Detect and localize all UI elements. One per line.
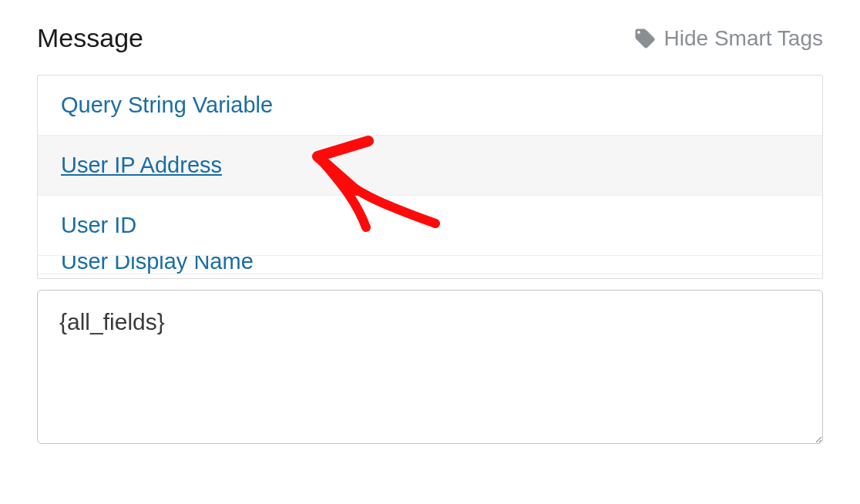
message-header-row: Message Hide Smart Tags [37, 23, 823, 53]
smart-tag-item-user-display-name[interactable]: User Display Name [38, 256, 822, 274]
tags-icon [633, 27, 657, 50]
message-textarea[interactable] [37, 290, 823, 444]
hide-smart-tags-label: Hide Smart Tags [664, 26, 823, 51]
hide-smart-tags-toggle[interactable]: Hide Smart Tags [633, 26, 823, 51]
smart-tag-item-user-ip[interactable]: User IP Address [38, 136, 822, 196]
smart-tag-link[interactable]: User Display Name [61, 256, 254, 267]
smart-tag-link[interactable]: User ID [61, 213, 136, 238]
smart-tags-list[interactable]: Query String Variable User IP Address Us… [37, 75, 823, 279]
message-section-title: Message [37, 23, 143, 53]
smart-tag-item-user-id[interactable]: User ID [38, 196, 822, 256]
smart-tag-link[interactable]: Query String Variable [61, 92, 273, 118]
smart-tag-item-query-string[interactable]: Query String Variable [38, 76, 822, 136]
smart-tag-link[interactable]: User IP Address [61, 153, 222, 178]
